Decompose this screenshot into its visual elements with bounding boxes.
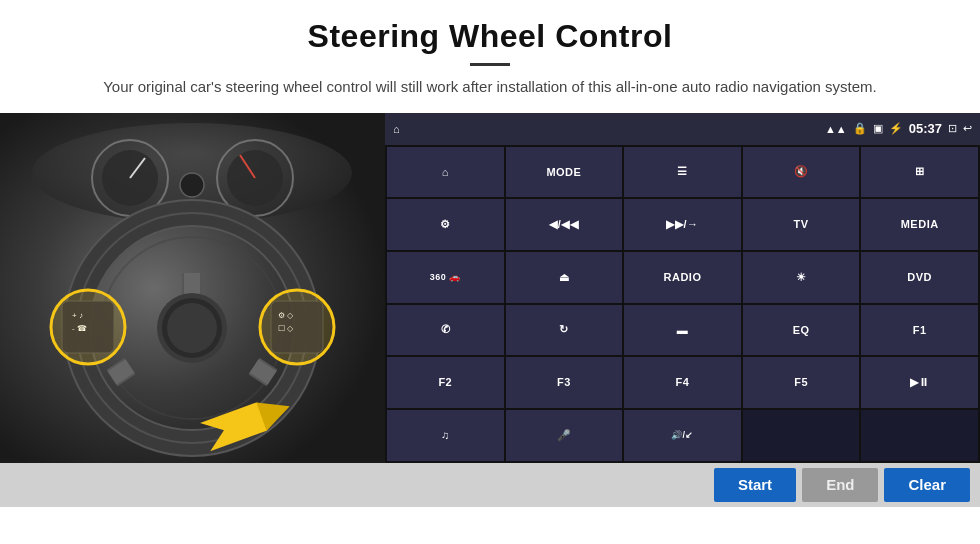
sim-icon: ▣	[873, 122, 883, 135]
status-time: 05:37	[909, 121, 942, 136]
apps-button[interactable]: ⊞	[861, 147, 978, 198]
next-button[interactable]: ▶▶/→	[624, 199, 741, 250]
eq-button[interactable]: EQ	[743, 305, 860, 356]
dvd-button[interactable]: DVD	[861, 252, 978, 303]
back-icon: ↩	[963, 122, 972, 135]
main-content: + ♪ - ☎ ⚙ ◇ ☐ ◇ ⌂	[0, 113, 980, 463]
mic-button[interactable]: 🎤	[506, 410, 623, 461]
mode-button[interactable]: MODE	[506, 147, 623, 198]
page-header: Steering Wheel Control Your original car…	[0, 0, 980, 109]
empty-btn-1	[743, 410, 860, 461]
phone-button[interactable]: ✆	[387, 305, 504, 356]
f1-button[interactable]: F1	[861, 305, 978, 356]
svg-line-18	[254, 366, 272, 378]
title-divider	[470, 63, 510, 66]
sound-hangup-button[interactable]: 🔊/↙	[624, 410, 741, 461]
svg-point-21	[167, 303, 217, 353]
status-right: ▲▲ 🔒 ▣ ⚡ 05:37 ⊡ ↩	[825, 121, 972, 136]
car-image: + ♪ - ☎ ⚙ ◇ ☐ ◇	[0, 113, 385, 463]
tv-button[interactable]: TV	[743, 199, 860, 250]
clear-button[interactable]: Clear	[884, 468, 970, 502]
eject-button[interactable]: ⏏	[506, 252, 623, 303]
svg-point-28	[51, 290, 125, 364]
f5-button[interactable]: F5	[743, 357, 860, 408]
f4-button[interactable]: F4	[624, 357, 741, 408]
f2-button[interactable]: F2	[387, 357, 504, 408]
media-button[interactable]: MEDIA	[861, 199, 978, 250]
bt-icon: ⚡	[889, 122, 903, 135]
svg-point-29	[260, 290, 334, 364]
f3-button[interactable]: F3	[506, 357, 623, 408]
360-button[interactable]: 360 🚗	[387, 252, 504, 303]
wifi-icon: ▲▲	[825, 123, 847, 135]
header-description: Your original car's steering wheel contr…	[40, 76, 940, 99]
prev-button[interactable]: ◀/◀◀	[506, 199, 623, 250]
playpause-button[interactable]: ▶⏸	[861, 357, 978, 408]
radio-button[interactable]: RADIO	[624, 252, 741, 303]
home-icon: ⌂	[393, 123, 400, 135]
lock-icon: 🔒	[853, 122, 867, 135]
end-button[interactable]: End	[802, 468, 878, 502]
svg-line-16	[112, 366, 130, 378]
start-button[interactable]: Start	[714, 468, 796, 502]
rect-button[interactable]: ▬	[624, 305, 741, 356]
brightness-button[interactable]: ☀	[743, 252, 860, 303]
status-left: ⌂	[393, 123, 400, 135]
radio-interface: ⌂ ▲▲ 🔒 ▣ ⚡ 05:37 ⊡ ↩ ⌂ MODE ☰ 🔇 ⊞ ⚙ ◀/◀◀	[385, 113, 980, 463]
page-title: Steering Wheel Control	[40, 18, 940, 55]
action-bar: Start End Clear	[0, 463, 980, 507]
svg-point-8	[180, 173, 204, 197]
mute-button[interactable]: 🔇	[743, 147, 860, 198]
settings-button[interactable]: ⚙	[387, 199, 504, 250]
button-grid: ⌂ MODE ☰ 🔇 ⊞ ⚙ ◀/◀◀ ▶▶/→ TV MEDIA 360 🚗 …	[385, 145, 980, 463]
loop-button[interactable]: ↻	[506, 305, 623, 356]
music-button[interactable]: ♫	[387, 410, 504, 461]
empty-btn-2	[861, 410, 978, 461]
mirror-icon: ⊡	[948, 122, 957, 135]
status-bar: ⌂ ▲▲ 🔒 ▣ ⚡ 05:37 ⊡ ↩	[385, 113, 980, 145]
menu-button[interactable]: ☰	[624, 147, 741, 198]
home-button[interactable]: ⌂	[387, 147, 504, 198]
